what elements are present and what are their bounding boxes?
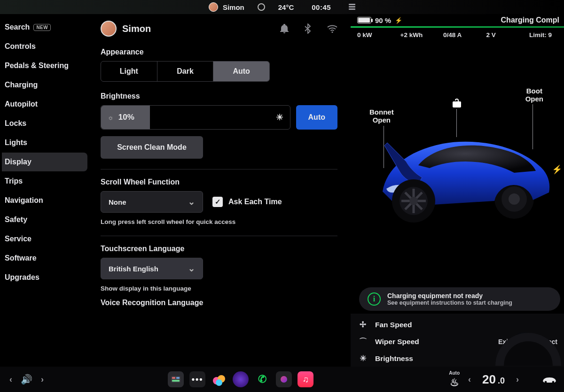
appearance-option-auto[interactable]: Auto <box>213 61 269 81</box>
screen-clean-button[interactable]: Screen Clean Mode <box>101 136 203 159</box>
status-clock: 00:45 <box>312 3 331 11</box>
app-theatre-icon[interactable] <box>233 371 249 387</box>
avatar-icon[interactable] <box>209 2 218 12</box>
windows-icon[interactable] <box>349 4 355 11</box>
brightness-value: 10% <box>118 113 134 122</box>
divider <box>101 236 337 236</box>
sentry-icon[interactable] <box>258 3 265 11</box>
chevron-down-icon: ⌄ <box>188 263 195 274</box>
new-badge: NEW <box>33 24 51 31</box>
status-temperature: 24°C <box>278 3 294 11</box>
wifi-icon[interactable] <box>327 24 337 33</box>
divider <box>101 169 337 169</box>
appearance-option-dark[interactable]: Dark <box>157 61 213 81</box>
bluetooth-icon[interactable] <box>305 23 311 34</box>
scroll-orb-icon[interactable] <box>519 337 529 347</box>
bell-icon[interactable] <box>280 24 289 33</box>
charge-stat-limit: Limit: 9 <box>529 31 562 38</box>
sidebar-item-charging[interactable]: Charging <box>2 76 87 94</box>
seat-icon: ♨ <box>450 377 459 389</box>
brightness-auto-button[interactable]: Auto <box>296 105 337 130</box>
app-toybox-icon[interactable] <box>211 371 227 387</box>
quick-row-fan[interactable]: ✢ Fan Speed <box>355 316 559 333</box>
app-more-icon[interactable]: ••• <box>189 371 205 387</box>
svg-rect-15 <box>176 377 180 379</box>
charge-bolt-icon[interactable]: ⚡ <box>552 164 562 175</box>
quick-row-brightness[interactable]: ☀ Brightness <box>355 350 559 367</box>
profile-name[interactable]: Simon <box>122 23 151 34</box>
scroll-hint: Long press left scroll wheel for quick a… <box>101 218 337 225</box>
car-controls-icon[interactable] <box>541 375 557 384</box>
sidebar-item-display[interactable]: Display <box>2 153 87 171</box>
temp-up-button[interactable]: › <box>513 375 522 384</box>
quick-row-wiper[interactable]: ⌒ Wiper Speed Exit › › Select <box>355 333 559 350</box>
charging-notice-title: Charging equipment not ready <box>387 292 512 300</box>
sidebar-item-autopilot[interactable]: Autopilot <box>2 95 87 114</box>
quick-select-label[interactable]: › Select <box>534 338 557 346</box>
vehicle-panel: 90 % ⚡ Charging Compl 0 kW +2 kWh 0/48 A… <box>351 14 564 367</box>
svg-point-11 <box>409 197 418 205</box>
sidebar-item-upgrades[interactable]: Upgrades <box>2 268 87 287</box>
sidebar-item-software[interactable]: Software <box>2 249 87 268</box>
battery-percent: 90 % <box>375 16 391 24</box>
scroll-heading: Scroll Wheel Function <box>101 178 337 186</box>
sidebar-item-safety[interactable]: Safety <box>2 210 87 229</box>
app-phone-icon[interactable]: ✆ <box>254 371 270 387</box>
settings-sidebar: Search NEW Controls Pedals & Steering Ch… <box>0 14 87 367</box>
temp-down-button[interactable]: ‹ <box>465 375 474 384</box>
ask-each-time-checkbox[interactable]: ✓ <box>212 197 223 207</box>
boot-open-label: Boot Open <box>525 87 543 103</box>
vehicle-image[interactable] <box>373 113 552 225</box>
seat-heater-left[interactable]: Auto ♨ <box>449 370 460 389</box>
fan-icon: ✢ <box>357 320 368 330</box>
app-dashcam-icon[interactable] <box>276 371 292 387</box>
svg-point-19 <box>216 379 222 386</box>
wiper-icon: ⌒ <box>357 336 368 347</box>
charging-header: 90 % ⚡ Charging Compl <box>351 14 564 24</box>
charge-stat-voltage: 2 V <box>486 31 519 38</box>
sidebar-item-search[interactable]: Search NEW <box>2 18 87 37</box>
vehicle-stage[interactable]: Bonnet Open Boot Open ⚡ <box>351 42 564 314</box>
sidebar-item-lights[interactable]: Lights <box>2 133 87 152</box>
charging-status-text: Charging Compl <box>501 16 559 24</box>
touch-language-dropdown[interactable]: British English ⌄ <box>101 258 203 279</box>
sidebar-item-service[interactable]: Service <box>2 230 87 248</box>
scroll-function-dropdown[interactable]: None ⌄ <box>101 191 203 213</box>
touch-lang-heading: Touchscreen Language <box>101 245 337 253</box>
sidebar-item-navigation[interactable]: Navigation <box>2 191 87 210</box>
settings-content: Simon Appearance L <box>87 14 351 367</box>
touch-lang-hint: Show display in this language <box>101 285 337 292</box>
brightness-icon: ☀ <box>357 354 368 363</box>
app-launcher-icon[interactable] <box>168 371 184 387</box>
status-user-name[interactable]: Simon <box>223 3 244 11</box>
brightness-slider[interactable]: ☼ 10% ☀ <box>101 105 290 130</box>
brightness-heading: Brightness <box>101 92 337 100</box>
sidebar-item-controls[interactable]: Controls <box>2 37 87 56</box>
cabin-temperature[interactable]: 20.0 <box>482 372 505 387</box>
brightness-low-icon: ☼ <box>108 114 114 121</box>
charge-stat-power: 0 kW <box>357 31 390 38</box>
charge-stat-current: 0/48 A <box>443 31 476 38</box>
battery-icon <box>357 17 371 23</box>
sidebar-item-locks[interactable]: Locks <box>2 114 87 133</box>
unlock-icon[interactable] <box>452 98 462 108</box>
seat-mode-label: Auto <box>449 370 460 376</box>
sidebar-item-pedals-steering[interactable]: Pedals & Steering <box>2 56 87 75</box>
svg-point-21 <box>552 381 555 384</box>
settings-panel: Search NEW Controls Pedals & Steering Ch… <box>0 14 351 367</box>
appearance-heading: Appearance <box>101 48 337 56</box>
quick-exit-label[interactable]: Exit › <box>498 338 514 346</box>
charging-notice-sub: See equipment instructions to start char… <box>387 300 512 306</box>
appearance-segmented: Light Dark Auto <box>101 61 270 82</box>
chevron-down-icon: ⌄ <box>188 197 195 207</box>
quick-adjust-panel: ✢ Fan Speed ⌒ Wiper Speed Exit › › Selec… <box>351 314 564 367</box>
charging-notice[interactable]: i Charging equipment not ready See equip… <box>359 287 560 311</box>
dock-next-button[interactable]: › <box>38 375 47 384</box>
appearance-option-light[interactable]: Light <box>101 61 157 81</box>
sidebar-item-trips[interactable]: Trips <box>2 172 87 191</box>
volume-icon[interactable]: 🔊 <box>21 374 32 385</box>
charge-progress-bar <box>351 26 564 28</box>
app-music-icon[interactable]: ♫ <box>298 371 313 387</box>
dock-prev-button[interactable]: ‹ <box>7 375 15 384</box>
profile-avatar-icon[interactable] <box>101 21 117 37</box>
